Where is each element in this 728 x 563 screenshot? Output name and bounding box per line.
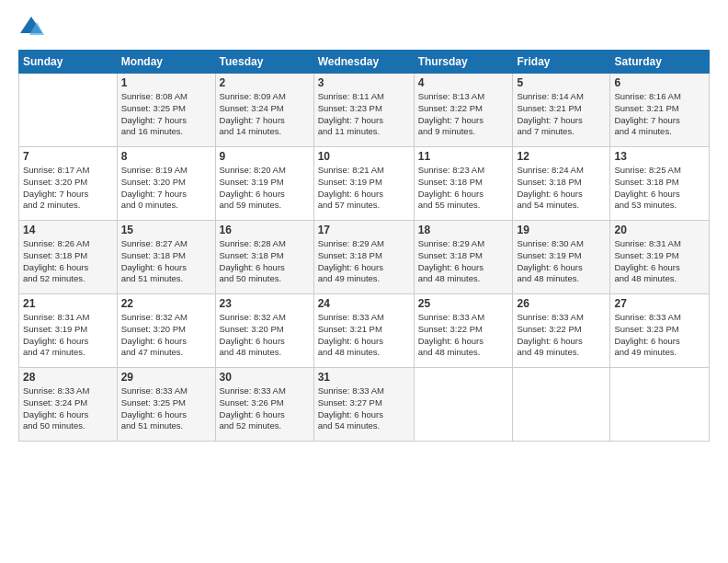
day-number: 2 (220, 76, 310, 89)
day-number: 31 (318, 371, 410, 384)
calendar-table: SundayMondayTuesdayWednesdayThursdayFrid… (18, 50, 710, 442)
day-info: Sunrise: 8:33 AMSunset: 3:22 PMDaylight:… (517, 312, 606, 359)
calendar-cell: 7Sunrise: 8:17 AMSunset: 3:20 PMDaylight… (19, 147, 118, 221)
calendar-cell: 8Sunrise: 8:19 AMSunset: 3:20 PMDaylight… (117, 147, 215, 221)
calendar-week-row: 28Sunrise: 8:33 AMSunset: 3:24 PMDayligh… (19, 368, 710, 442)
day-number: 19 (517, 224, 606, 236)
day-info: Sunrise: 8:33 AMSunset: 3:26 PMDaylight:… (220, 385, 310, 432)
day-info: Sunrise: 8:26 AMSunset: 3:18 PMDaylight:… (23, 238, 113, 285)
day-number: 28 (23, 371, 113, 384)
day-number: 6 (614, 76, 705, 89)
calendar-cell: 30Sunrise: 8:33 AMSunset: 3:26 PMDayligh… (215, 368, 313, 442)
calendar-cell: 4Sunrise: 8:13 AMSunset: 3:22 PMDaylight… (414, 74, 513, 147)
calendar-cell: 6Sunrise: 8:16 AMSunset: 3:21 PMDaylight… (610, 74, 710, 147)
page: SundayMondayTuesdayWednesdayThursdayFrid… (0, 0, 728, 563)
day-info: Sunrise: 8:33 AMSunset: 3:21 PMDaylight:… (318, 312, 410, 359)
day-number: 30 (220, 371, 310, 384)
day-number: 10 (318, 150, 410, 163)
calendar-week-row: 21Sunrise: 8:31 AMSunset: 3:19 PMDayligh… (19, 294, 710, 368)
day-number: 4 (418, 76, 509, 89)
calendar-cell: 5Sunrise: 8:14 AMSunset: 3:21 PMDaylight… (513, 74, 610, 147)
day-number: 11 (418, 150, 509, 163)
day-info: Sunrise: 8:33 AMSunset: 3:27 PMDaylight:… (318, 385, 410, 432)
weekday-header: Friday (513, 51, 610, 74)
day-info: Sunrise: 8:25 AMSunset: 3:18 PMDaylight:… (614, 165, 705, 212)
calendar-cell: 3Sunrise: 8:11 AMSunset: 3:23 PMDaylight… (313, 74, 414, 147)
calendar-cell: 31Sunrise: 8:33 AMSunset: 3:27 PMDayligh… (313, 368, 414, 442)
calendar-cell: 28Sunrise: 8:33 AMSunset: 3:24 PMDayligh… (19, 368, 118, 442)
weekday-header: Wednesday (313, 51, 414, 74)
weekday-header: Tuesday (215, 51, 313, 74)
calendar-cell: 26Sunrise: 8:33 AMSunset: 3:22 PMDayligh… (513, 294, 610, 368)
day-info: Sunrise: 8:27 AMSunset: 3:18 PMDaylight:… (121, 238, 211, 285)
day-number: 7 (23, 150, 113, 163)
logo-icon (18, 15, 44, 40)
calendar-cell: 23Sunrise: 8:32 AMSunset: 3:20 PMDayligh… (215, 294, 313, 368)
day-number: 23 (220, 297, 310, 310)
calendar-cell (610, 368, 710, 442)
day-info: Sunrise: 8:33 AMSunset: 3:23 PMDaylight:… (614, 312, 705, 359)
calendar-cell (513, 368, 610, 442)
calendar-cell: 18Sunrise: 8:29 AMSunset: 3:18 PMDayligh… (414, 221, 513, 294)
calendar-cell: 22Sunrise: 8:32 AMSunset: 3:20 PMDayligh… (117, 294, 215, 368)
day-info: Sunrise: 8:09 AMSunset: 3:24 PMDaylight:… (220, 91, 310, 138)
day-number: 22 (121, 297, 211, 310)
calendar-cell: 12Sunrise: 8:24 AMSunset: 3:18 PMDayligh… (513, 147, 610, 221)
calendar-cell: 17Sunrise: 8:29 AMSunset: 3:18 PMDayligh… (313, 221, 414, 294)
calendar-week-row: 14Sunrise: 8:26 AMSunset: 3:18 PMDayligh… (19, 221, 710, 294)
day-number: 17 (318, 224, 410, 236)
day-number: 21 (23, 297, 113, 310)
day-number: 20 (614, 224, 705, 236)
day-info: Sunrise: 8:17 AMSunset: 3:20 PMDaylight:… (23, 165, 113, 212)
calendar-cell: 21Sunrise: 8:31 AMSunset: 3:19 PMDayligh… (19, 294, 118, 368)
day-info: Sunrise: 8:33 AMSunset: 3:22 PMDaylight:… (418, 312, 509, 359)
day-number: 5 (517, 76, 606, 89)
day-info: Sunrise: 8:24 AMSunset: 3:18 PMDaylight:… (517, 165, 606, 212)
day-number: 8 (121, 150, 211, 163)
day-info: Sunrise: 8:20 AMSunset: 3:19 PMDaylight:… (220, 165, 310, 212)
calendar-cell: 25Sunrise: 8:33 AMSunset: 3:22 PMDayligh… (414, 294, 513, 368)
weekday-header: Monday (117, 51, 215, 74)
day-info: Sunrise: 8:29 AMSunset: 3:18 PMDaylight:… (418, 238, 509, 285)
logo (18, 15, 46, 40)
day-info: Sunrise: 8:28 AMSunset: 3:18 PMDaylight:… (220, 238, 310, 285)
day-number: 24 (318, 297, 410, 310)
day-number: 14 (23, 224, 113, 236)
day-info: Sunrise: 8:21 AMSunset: 3:19 PMDaylight:… (318, 165, 410, 212)
weekday-row: SundayMondayTuesdayWednesdayThursdayFrid… (19, 51, 710, 74)
calendar-cell: 9Sunrise: 8:20 AMSunset: 3:19 PMDaylight… (215, 147, 313, 221)
header (18, 15, 710, 40)
day-number: 26 (517, 297, 606, 310)
day-info: Sunrise: 8:14 AMSunset: 3:21 PMDaylight:… (517, 91, 606, 138)
day-number: 1 (121, 76, 211, 89)
calendar-week-row: 1Sunrise: 8:08 AMSunset: 3:25 PMDaylight… (19, 74, 710, 147)
day-number: 12 (517, 150, 606, 163)
calendar-cell: 15Sunrise: 8:27 AMSunset: 3:18 PMDayligh… (117, 221, 215, 294)
calendar-cell: 24Sunrise: 8:33 AMSunset: 3:21 PMDayligh… (313, 294, 414, 368)
calendar-cell: 10Sunrise: 8:21 AMSunset: 3:19 PMDayligh… (313, 147, 414, 221)
calendar-cell (414, 368, 513, 442)
day-info: Sunrise: 8:31 AMSunset: 3:19 PMDaylight:… (23, 312, 113, 359)
day-number: 15 (121, 224, 211, 236)
day-number: 3 (318, 76, 410, 89)
calendar-cell: 19Sunrise: 8:30 AMSunset: 3:19 PMDayligh… (513, 221, 610, 294)
day-info: Sunrise: 8:33 AMSunset: 3:24 PMDaylight:… (23, 385, 113, 432)
calendar-body: 1Sunrise: 8:08 AMSunset: 3:25 PMDaylight… (19, 74, 710, 442)
day-info: Sunrise: 8:13 AMSunset: 3:22 PMDaylight:… (418, 91, 509, 138)
day-info: Sunrise: 8:08 AMSunset: 3:25 PMDaylight:… (121, 91, 211, 138)
day-number: 16 (220, 224, 310, 236)
calendar-cell (19, 74, 118, 147)
day-info: Sunrise: 8:31 AMSunset: 3:19 PMDaylight:… (614, 238, 705, 285)
calendar-cell: 1Sunrise: 8:08 AMSunset: 3:25 PMDaylight… (117, 74, 215, 147)
weekday-header: Sunday (19, 51, 118, 74)
day-number: 13 (614, 150, 705, 163)
day-info: Sunrise: 8:32 AMSunset: 3:20 PMDaylight:… (220, 312, 310, 359)
calendar-cell: 27Sunrise: 8:33 AMSunset: 3:23 PMDayligh… (610, 294, 710, 368)
calendar-cell: 2Sunrise: 8:09 AMSunset: 3:24 PMDaylight… (215, 74, 313, 147)
calendar-header: SundayMondayTuesdayWednesdayThursdayFrid… (19, 51, 710, 74)
weekday-header: Saturday (610, 51, 710, 74)
calendar-week-row: 7Sunrise: 8:17 AMSunset: 3:20 PMDaylight… (19, 147, 710, 221)
calendar-cell: 16Sunrise: 8:28 AMSunset: 3:18 PMDayligh… (215, 221, 313, 294)
calendar-cell: 13Sunrise: 8:25 AMSunset: 3:18 PMDayligh… (610, 147, 710, 221)
day-info: Sunrise: 8:11 AMSunset: 3:23 PMDaylight:… (318, 91, 410, 138)
